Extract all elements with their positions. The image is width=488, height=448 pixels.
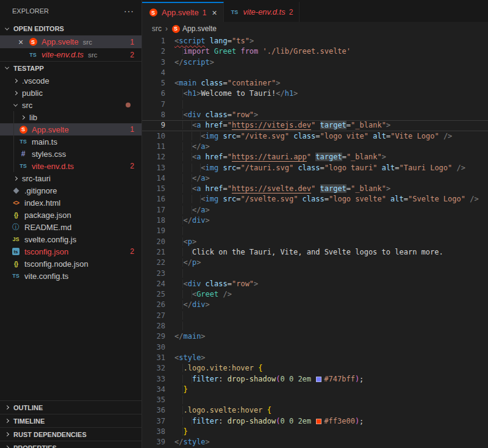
open-editors-label: OPEN EDITORS: [13, 25, 64, 32]
code-line[interactable]: 14 </a>: [142, 173, 488, 184]
code-line[interactable]: 15 <a href="https://svelte.dev" target="…: [142, 184, 488, 194]
tree-folder-src[interactable]: src: [0, 99, 142, 111]
close-icon[interactable]: ×: [18, 38, 28, 46]
tree-file-tsconfig-json[interactable]: tstsconfig.json2: [0, 245, 142, 258]
tree-file-svelte-config-js[interactable]: JSsvelte.config.js: [0, 233, 142, 245]
tree-folder-public[interactable]: public: [0, 87, 142, 99]
tree-item-label: src-tauri: [22, 174, 51, 183]
line-number: 4: [142, 68, 165, 78]
modified-dot-badge: [126, 103, 131, 107]
code-line[interactable]: 27: [142, 311, 488, 321]
code-line[interactable]: 23: [142, 269, 488, 279]
tree-file-readme-md[interactable]: ⓘREADME.md: [0, 221, 142, 233]
ts-icon: TS: [18, 161, 28, 171]
tree-file-vite-config-ts[interactable]: TSvite.config.ts: [0, 270, 142, 282]
code-line[interactable]: 39</style>: [142, 437, 488, 447]
section-rust-dependencies[interactable]: RUST DEPENDENCIES: [0, 427, 142, 441]
code-line[interactable]: 34 }: [142, 385, 488, 395]
section-label: RUST DEPENDENCIES: [13, 431, 87, 438]
code-line[interactable]: 25 <Greet />: [142, 289, 488, 300]
tree-item-label: lib: [29, 113, 37, 122]
line-number: 23: [142, 269, 165, 279]
tree-item-label: main.ts: [32, 137, 57, 146]
line-number: 15: [142, 184, 165, 194]
tree-folder-lib[interactable]: lib: [0, 111, 142, 123]
code-line[interactable]: 9 <a href="https://vitejs.dev" target="_…: [142, 120, 488, 131]
open-editor-item[interactable]: ×SApp.sveltesrc1: [0, 35, 142, 48]
editor-tab[interactable]: SApp.svelte1×: [142, 2, 224, 22]
code-line[interactable]: 16 <img src="/svelte.svg" class="logo sv…: [142, 194, 488, 204]
code-line[interactable]: 26 </div>: [142, 300, 488, 310]
code-line[interactable]: 5<main class="container">: [142, 78, 488, 89]
code-line[interactable]: 6 <h1>Welcome to Tauri!</h1>: [142, 89, 488, 99]
tree-folder--vscode[interactable]: .vscode: [0, 74, 142, 87]
chevron-down-icon: [5, 26, 9, 30]
code-line[interactable]: 24 <div class="row">: [142, 279, 488, 289]
code-line[interactable]: 36 .logo.svelte:hover {: [142, 405, 488, 416]
tree-file-vite-env-d-ts[interactable]: TSvite-env.d.ts2: [0, 160, 142, 172]
ts-icon: TS: [28, 50, 38, 60]
code-line[interactable]: 35: [142, 395, 488, 405]
breadcrumb-folder[interactable]: src: [152, 24, 162, 33]
open-editor-item[interactable]: TSvite-env.d.tssrc2: [0, 48, 142, 61]
code-line[interactable]: 33 filter: drop-shadow(0 0 2em #747bff);: [142, 374, 488, 385]
code-line[interactable]: 32 .logo.vite:hover {: [142, 363, 488, 374]
code-line[interactable]: 19: [142, 226, 488, 236]
line-number: 27: [142, 311, 165, 321]
code-line[interactable]: 3</script>: [142, 57, 488, 68]
code-line[interactable]: 13 <img src="/tauri.svg" class="logo tau…: [142, 163, 488, 173]
tree-file-app-svelte[interactable]: SApp.svelte1: [0, 123, 142, 135]
code-line[interactable]: 8 <div class="row">: [142, 110, 488, 120]
tree-item-label: public: [22, 89, 43, 98]
tree-file-package-json[interactable]: {}package.json: [0, 209, 142, 221]
code-line[interactable]: 20 <p>: [142, 237, 488, 247]
code-line[interactable]: 37 filter: drop-shadow(0 0 2em #ff3e00);: [142, 416, 488, 427]
code-line[interactable]: 30: [142, 342, 488, 353]
git-icon: [11, 186, 21, 195]
open-editors-header[interactable]: OPEN EDITORS: [0, 22, 142, 35]
tree-file-styles-css[interactable]: #styles.css: [0, 148, 142, 160]
css-icon: #: [18, 149, 28, 159]
section-outline[interactable]: OUTLINE: [0, 400, 142, 414]
open-editor-label: App.svelte: [41, 37, 79, 46]
tree-file-tsconfig-node-json[interactable]: {}tsconfig.node.json: [0, 258, 142, 270]
code-line[interactable]: 28: [142, 321, 488, 331]
js-icon: JS: [11, 234, 21, 244]
tree-file--gitignore[interactable]: .gitignore: [0, 184, 142, 197]
code-line[interactable]: 10 <img src="/vite.svg" class="logo vite…: [142, 131, 488, 142]
code-line[interactable]: 2 import Greet from './lib/Greet.svelte': [142, 46, 488, 57]
code-line[interactable]: 29</main>: [142, 331, 488, 342]
code-line[interactable]: 7: [142, 99, 488, 110]
tree-file-index-html[interactable]: <>index.html: [0, 197, 142, 209]
chevron-right-icon: [5, 446, 9, 448]
code-line[interactable]: 38 }: [142, 427, 488, 437]
tree-item-label: styles.css: [32, 150, 66, 159]
workspace-header[interactable]: TESTAPP: [0, 61, 142, 74]
line-number: 32: [142, 363, 165, 374]
code-line[interactable]: 1<script lang="ts">: [142, 36, 488, 46]
code-line[interactable]: 22 </p>: [142, 258, 488, 268]
breadcrumb-file[interactable]: App.svelte: [182, 24, 217, 33]
code-line[interactable]: 31<style>: [142, 353, 488, 363]
breadcrumb[interactable]: src › S App.svelte: [142, 22, 488, 35]
code-editor[interactable]: 1<script lang="ts">2 import Greet from '…: [142, 35, 488, 448]
close-icon[interactable]: ×: [212, 9, 217, 17]
tree-folder-src-tauri[interactable]: src-tauri: [0, 172, 142, 184]
html-icon: <>: [11, 198, 21, 208]
code-line[interactable]: 11 </a>: [142, 142, 488, 152]
code-line[interactable]: 12 <a href="https://tauri.app" target="_…: [142, 152, 488, 162]
editor-tab[interactable]: TSvite-env.d.ts2: [224, 2, 300, 22]
svelte-icon: S: [171, 24, 180, 33]
tree-file-main-ts[interactable]: TSmain.ts: [0, 135, 142, 148]
error-count-badge: 2: [289, 8, 293, 16]
code-line[interactable]: 4: [142, 68, 488, 78]
more-actions-icon[interactable]: ···: [124, 6, 134, 16]
code-line[interactable]: 17 </a>: [142, 205, 488, 215]
code-line[interactable]: 21 Click on the Tauri, Vite, and Svelte …: [142, 247, 488, 258]
line-number: 16: [142, 194, 165, 204]
code-line[interactable]: 18 </div>: [142, 215, 488, 226]
file-tree: .vscodepublicsrclibSApp.svelte1TSmain.ts…: [0, 74, 142, 282]
tree-item-label: package.json: [24, 211, 71, 220]
section-timeline[interactable]: TIMELINE: [0, 414, 142, 427]
section-properties[interactable]: PROPERTIES: [0, 441, 142, 448]
